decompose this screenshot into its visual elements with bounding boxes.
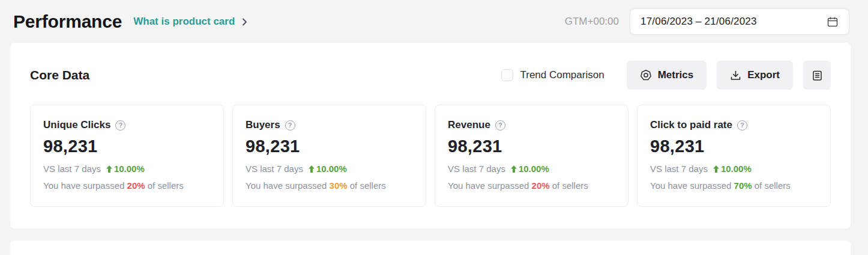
calendar-icon	[827, 16, 839, 28]
arrow-up-icon	[713, 165, 719, 173]
export-button-label: Export	[747, 69, 780, 81]
report-button[interactable]	[803, 61, 831, 90]
export-button[interactable]: Export	[717, 61, 793, 90]
arrow-up-icon	[106, 165, 112, 173]
trend-comparison-label: Trend Comparison	[520, 69, 604, 81]
vs-change-value: 10.00%	[114, 164, 145, 174]
surpass-line: You have surpassed 30% of sellers	[246, 180, 413, 191]
metric-card-click-to-paid-rate: Click to paid rate ? 98,231 VS last 7 da…	[637, 105, 831, 207]
vs-label: VS last 7 days	[448, 164, 505, 174]
metric-card-buyers: Buyers ? 98,231 VS last 7 days 10.00% Yo…	[232, 105, 426, 207]
section-title: Core Data	[30, 68, 89, 82]
page-header: Performance What is product card GTM+00:…	[0, 0, 868, 35]
what-is-product-card-link[interactable]: What is product card	[133, 16, 248, 28]
vs-change-value: 10.00%	[721, 164, 752, 174]
next-section-panel	[10, 241, 851, 255]
metric-label: Buyers	[246, 119, 280, 131]
metric-value: 98,231	[246, 137, 413, 156]
metric-label: Unique Clicks	[43, 119, 110, 131]
help-icon[interactable]: ?	[285, 120, 295, 131]
date-range-picker[interactable]: 17/06/2023 – 21/06/2023	[630, 8, 849, 35]
timezone-label: GTM+00:00	[565, 16, 619, 28]
surpass-percent: 30%	[330, 180, 348, 191]
surpass-line: You have surpassed 70% of sellers	[650, 180, 818, 191]
surpass-percent: 20%	[127, 180, 145, 191]
surpass-line: You have surpassed 20% of sellers	[448, 180, 615, 191]
vs-label: VS last 7 days	[43, 164, 101, 174]
surpass-percent: 20%	[532, 180, 550, 191]
help-link-label: What is product card	[133, 16, 235, 28]
report-clipboard-icon	[812, 70, 822, 81]
core-data-panel: Core Data Trend Comparison Metrics	[10, 43, 851, 229]
header-right-group: GTM+00:00 17/06/2023 – 21/06/2023	[565, 8, 849, 35]
vs-change-value: 10.00%	[519, 164, 549, 174]
vs-change-value: 10.00%	[316, 164, 347, 174]
chevron-right-icon	[241, 17, 248, 26]
metric-value: 98,231	[650, 137, 818, 156]
metric-label: Click to paid rate	[650, 119, 732, 131]
arrow-up-icon	[309, 165, 315, 173]
metric-value: 98,231	[448, 137, 615, 156]
help-icon[interactable]: ?	[115, 120, 125, 131]
help-icon[interactable]: ?	[495, 120, 505, 131]
metric-card-revenue: Revenue ? 98,231 VS last 7 days 10.00% Y…	[435, 105, 628, 207]
download-icon	[730, 70, 741, 81]
core-data-header: Core Data Trend Comparison Metrics	[30, 60, 831, 90]
surpass-percent: 70%	[734, 180, 752, 191]
metrics-button[interactable]: Metrics	[627, 61, 707, 90]
vs-label: VS last 7 days	[650, 164, 708, 174]
vs-label: VS last 7 days	[246, 164, 303, 174]
arrow-up-icon	[511, 165, 517, 173]
trend-comparison-checkbox[interactable]	[501, 69, 513, 81]
surpass-line: You have surpassed 20% of sellers	[43, 180, 211, 191]
metric-card-unique-clicks: Unique Clicks ? 98,231 VS last 7 days 10…	[30, 105, 224, 207]
metric-label: Revenue	[448, 119, 490, 131]
page-title: Performance	[13, 11, 122, 32]
settings-gear-icon	[640, 69, 652, 81]
date-range-value: 17/06/2023 – 21/06/2023	[640, 16, 757, 28]
trend-comparison-toggle[interactable]: Trend Comparison	[501, 69, 604, 81]
core-data-controls: Trend Comparison Metrics	[501, 61, 831, 90]
help-icon[interactable]: ?	[737, 120, 747, 131]
metrics-button-label: Metrics	[658, 69, 694, 81]
metric-cards-row: Unique Clicks ? 98,231 VS last 7 days 10…	[30, 105, 831, 207]
metric-value: 98,231	[43, 137, 211, 156]
